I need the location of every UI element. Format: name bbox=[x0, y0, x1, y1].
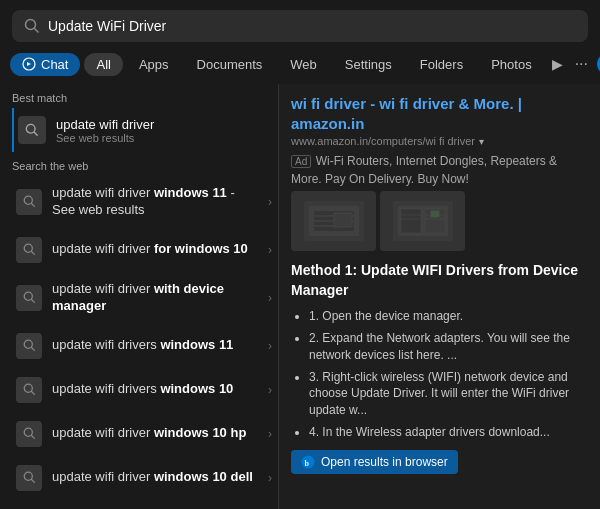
svg-line-15 bbox=[31, 348, 34, 351]
search-item-text-4: update wifi drivers windows 10 bbox=[52, 381, 258, 398]
search-item-icon-0 bbox=[16, 189, 42, 215]
search-item-icon-5 bbox=[16, 421, 42, 447]
article-item-0: 1. Open the device manager. bbox=[309, 308, 588, 325]
mag-icon bbox=[23, 291, 36, 304]
ad-image-1 bbox=[291, 191, 376, 251]
search-item-icon-6 bbox=[16, 465, 42, 491]
search-item-1[interactable]: update wifi driver for windows 10› bbox=[12, 228, 278, 272]
svg-line-19 bbox=[31, 436, 34, 439]
chevron-right-icon-6: › bbox=[268, 471, 272, 485]
svg-line-13 bbox=[31, 300, 34, 303]
best-match-title: update wifi driver bbox=[56, 117, 154, 132]
best-match-subtitle: See web results bbox=[56, 132, 154, 144]
chevron-right-icon-0: › bbox=[268, 195, 272, 209]
tab-apps[interactable]: Apps bbox=[127, 53, 181, 76]
ad-url: www.amazon.in/computers/wi fi driver ▾ bbox=[291, 135, 588, 147]
search-item-text-0: update wifi driver windows 11 - See web … bbox=[52, 185, 258, 219]
search-web-label: Search the web bbox=[12, 160, 278, 172]
mag-icon bbox=[23, 339, 36, 352]
search-items-list: update wifi driver windows 11 - See web … bbox=[12, 176, 278, 500]
tab-bar: Chat All Apps Documents Web Settings Fol… bbox=[0, 52, 600, 84]
mag-icon bbox=[23, 471, 36, 484]
search-item-3[interactable]: update wifi drivers windows 11› bbox=[12, 324, 278, 368]
search-item-icon-2 bbox=[16, 285, 42, 311]
ad-image-2 bbox=[380, 191, 465, 251]
tab-settings[interactable]: Settings bbox=[333, 53, 404, 76]
svg-rect-28 bbox=[334, 213, 352, 227]
search-icon bbox=[24, 18, 40, 34]
chat-tab-icon bbox=[22, 57, 36, 71]
chevron-right-icon-5: › bbox=[268, 427, 272, 441]
search-item-text-5: update wifi driver windows 10 hp bbox=[52, 425, 258, 442]
tab-photos[interactable]: Photos bbox=[479, 53, 543, 76]
mag-icon bbox=[23, 243, 36, 256]
best-match-icon bbox=[18, 116, 46, 144]
article-list: 1. Open the device manager.2. Expand the… bbox=[291, 308, 588, 441]
left-panel: Best match update wifi driver See web re… bbox=[0, 84, 278, 509]
tab-documents[interactable]: Documents bbox=[185, 53, 275, 76]
svg-text:b: b bbox=[305, 459, 310, 468]
search-item-4[interactable]: update wifi drivers windows 10› bbox=[12, 368, 278, 412]
article-title: Method 1: Update WIFI Drivers from Devic… bbox=[291, 261, 588, 300]
mag-icon bbox=[23, 383, 36, 396]
svg-line-21 bbox=[31, 480, 34, 483]
search-item-icon-1 bbox=[16, 237, 42, 263]
search-item-5[interactable]: update wifi driver windows 10 hp› bbox=[12, 412, 278, 456]
search-bar[interactable]: Update WiFi Driver bbox=[12, 10, 588, 42]
search-item-icon-4 bbox=[16, 377, 42, 403]
mag-icon bbox=[23, 427, 36, 440]
chevron-right-icon-4: › bbox=[268, 383, 272, 397]
tab-chat[interactable]: Chat bbox=[10, 53, 80, 76]
search-item-text-2: update wifi driver with device manager bbox=[52, 281, 258, 315]
search-item-6[interactable]: update wifi driver windows 10 dell› bbox=[12, 456, 278, 500]
chevron-right-icon-3: › bbox=[268, 339, 272, 353]
svg-marker-3 bbox=[27, 62, 31, 66]
svg-line-1 bbox=[35, 29, 39, 33]
svg-line-11 bbox=[31, 252, 34, 255]
ad-desc: Wi-Fi Routers, Internet Dongles, Repeate… bbox=[291, 154, 557, 186]
search-item-text-1: update wifi driver for windows 10 bbox=[52, 241, 258, 258]
tab-folders[interactable]: Folders bbox=[408, 53, 475, 76]
search-item-text-3: update wifi drivers windows 11 bbox=[52, 337, 258, 354]
ad-label: Ad bbox=[291, 155, 311, 168]
search-item-text-6: update wifi driver windows 10 dell bbox=[52, 469, 258, 486]
open-results-button[interactable]: b Open results in browser bbox=[291, 450, 458, 474]
svg-line-9 bbox=[31, 204, 34, 207]
bing-icon[interactable]: b bbox=[596, 52, 600, 76]
search-item-icon-3 bbox=[16, 333, 42, 359]
right-panel: wi fi driver - wi fi driver & More. | am… bbox=[278, 84, 600, 509]
mag-icon bbox=[23, 195, 36, 208]
tab-web[interactable]: Web bbox=[278, 53, 329, 76]
main-layout: Best match update wifi driver See web re… bbox=[0, 84, 600, 509]
svg-rect-37 bbox=[431, 211, 439, 217]
search-item-2[interactable]: update wifi driver with device manager› bbox=[12, 272, 278, 324]
ad-image-strip bbox=[291, 191, 588, 251]
article-item-1: 2. Expand the Network adapters. You will… bbox=[309, 330, 588, 364]
search-icon-small bbox=[25, 123, 39, 137]
tab-all[interactable]: All bbox=[84, 53, 122, 76]
chevron-right-icon-2: › bbox=[268, 291, 272, 305]
more-options[interactable]: ··· bbox=[571, 55, 592, 73]
ad-title[interactable]: wi fi driver - wi fi driver & More. | am… bbox=[291, 94, 588, 133]
svg-line-17 bbox=[31, 392, 34, 395]
best-match-label: Best match bbox=[12, 92, 278, 104]
search-input-text: Update WiFi Driver bbox=[48, 18, 576, 34]
article-item-3: 4. In the Wireless adapter drivers downl… bbox=[309, 424, 588, 441]
best-match-item[interactable]: update wifi driver See web results bbox=[12, 108, 278, 152]
svg-line-7 bbox=[34, 132, 37, 135]
best-match-text: update wifi driver See web results bbox=[56, 117, 154, 144]
article-item-2: 3. Right-click wireless (WIFI) network d… bbox=[309, 369, 588, 419]
chevron-right-icon-1: › bbox=[268, 243, 272, 257]
play-button[interactable]: ▶ bbox=[548, 56, 567, 72]
svg-rect-31 bbox=[401, 209, 421, 233]
bing-small-icon: b bbox=[301, 455, 315, 469]
search-item-0[interactable]: update wifi driver windows 11 - See web … bbox=[12, 176, 278, 228]
